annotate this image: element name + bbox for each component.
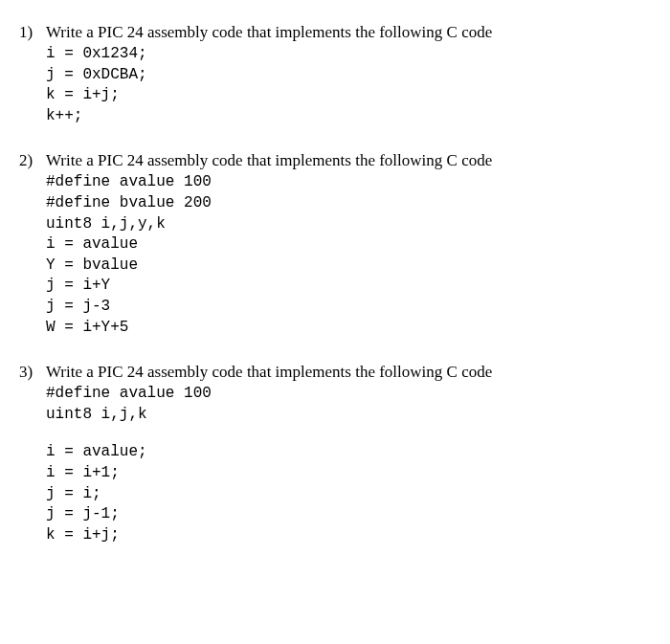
- problem: 3)Write a PIC 24 assembly code that impl…: [19, 363, 651, 545]
- problem-prompt: Write a PIC 24 assembly code that implem…: [46, 23, 492, 42]
- code-block: #define avalue 100 uint8 i,j,k: [19, 384, 651, 425]
- prompt-row: 3)Write a PIC 24 assembly code that impl…: [19, 363, 651, 382]
- document-root: 1)Write a PIC 24 assembly code that impl…: [19, 23, 651, 545]
- problem: 2)Write a PIC 24 assembly code that impl…: [19, 151, 651, 338]
- problem-prompt: Write a PIC 24 assembly code that implem…: [46, 363, 492, 382]
- prompt-row: 2)Write a PIC 24 assembly code that impl…: [19, 151, 651, 170]
- problem-prompt: Write a PIC 24 assembly code that implem…: [46, 151, 492, 170]
- code-block: #define avalue 100 #define bvalue 200 ui…: [19, 172, 651, 338]
- problem-number: 2): [19, 151, 46, 170]
- prompt-row: 1)Write a PIC 24 assembly code that impl…: [19, 23, 651, 42]
- code-block: i = avalue; i = i+1; j = i; j = j-1; k =…: [19, 442, 651, 545]
- code-block: i = 0x1234; j = 0xDCBA; k = i+j; k++;: [19, 44, 651, 126]
- problem-number: 1): [19, 23, 46, 42]
- problem: 1)Write a PIC 24 assembly code that impl…: [19, 23, 651, 126]
- problem-number: 3): [19, 363, 46, 382]
